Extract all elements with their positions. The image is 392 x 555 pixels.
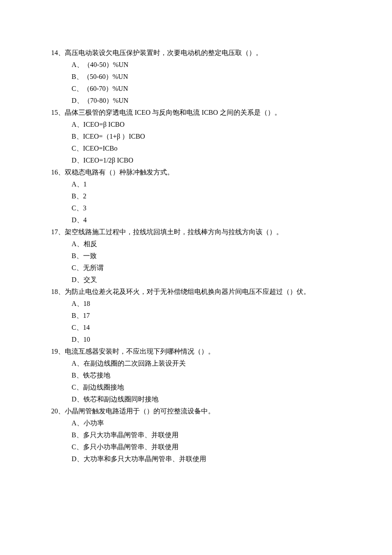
question-block-15: 15、晶体三极管的穿透电流 ICEO 与反向饱和电流 ICBO 之间的关系是（）… bbox=[51, 107, 341, 166]
option-b: B、17 bbox=[51, 310, 341, 322]
question-block-20: 20、小晶闸管触发电路适用于（）的可控整流设备中。 A、小功率 B、多只大功率晶… bbox=[51, 405, 341, 465]
option-c: C、副边线圈接地 bbox=[51, 381, 341, 393]
question-body: 双稳态电路有（）种脉冲触发方式。 bbox=[65, 169, 174, 176]
option-c: C、3 bbox=[51, 202, 341, 214]
option-b: B、铁芯接地 bbox=[51, 369, 341, 381]
question-text: 15、晶体三极管的穿透电流 ICEO 与反向饱和电流 ICBO 之间的关系是（）… bbox=[51, 107, 341, 119]
question-text: 19、电流互感器安装时，不应出现下列哪种情况（）。 bbox=[51, 346, 341, 357]
option-a: A、18 bbox=[51, 298, 341, 310]
option-d: D、4 bbox=[51, 214, 341, 226]
question-text: 14、高压电动装设欠电压保护装置时，次要电动机的整定电压取（）。 bbox=[51, 47, 341, 59]
question-text: 20、小晶闸管触发电路适用于（）的可控整流设备中。 bbox=[51, 405, 341, 417]
question-block-16: 16、双稳态电路有（）种脉冲触发方式。 A、1 B、2 C、3 D、4 bbox=[51, 166, 341, 226]
question-number: 19、 bbox=[51, 348, 65, 355]
option-a: A、1 bbox=[51, 178, 341, 190]
question-body: 高压电动装设欠电压保护装置时，次要电动机的整定电压取（）。 bbox=[65, 49, 262, 56]
question-text: 17、架空线路施工过程中，拉线坑回填土时，拉线棒方向与拉线方向该（）。 bbox=[51, 226, 341, 238]
option-c: C、（60-70）%UN bbox=[51, 83, 341, 95]
option-a: A、相反 bbox=[51, 238, 341, 250]
option-a: A、小功率 bbox=[51, 417, 341, 429]
option-c: C、14 bbox=[51, 322, 341, 334]
question-body: 电流互感器安装时，不应出现下列哪种情况（）。 bbox=[65, 348, 215, 355]
question-body: 架空线路施工过程中，拉线坑回填土时，拉线棒方向与拉线方向该（）。 bbox=[65, 228, 283, 235]
option-a: A、在副边线圈的二次回路上装设开关 bbox=[51, 357, 341, 369]
option-b: B、（50-60）%UN bbox=[51, 71, 341, 83]
option-b: B、一致 bbox=[51, 250, 341, 262]
question-block-14: 14、高压电动装设欠电压保护装置时，次要电动机的整定电压取（）。 A、（40-5… bbox=[51, 47, 341, 107]
option-d: D、10 bbox=[51, 334, 341, 346]
question-text: 18、为防止电位差火花及环火，对于无补偿绕组电机换向器片间电压不应超过（）伏。 bbox=[51, 286, 341, 298]
option-c: C、ICEO=ICBo bbox=[51, 142, 341, 154]
option-d: D、铁芯和副边线圈同时接地 bbox=[51, 393, 341, 405]
option-b: B、2 bbox=[51, 190, 341, 202]
option-d: D、交叉 bbox=[51, 274, 341, 286]
option-a: A、（40-50）%UN bbox=[51, 59, 341, 71]
question-block-19: 19、电流互感器安装时，不应出现下列哪种情况（）。 A、在副边线圈的二次回路上装… bbox=[51, 346, 341, 405]
question-body: 小晶闸管触发电路适用于（）的可控整流设备中。 bbox=[65, 407, 215, 415]
option-d: D、大功率和多只大功率晶闸管串、并联使用 bbox=[51, 453, 341, 465]
question-number: 18、 bbox=[51, 288, 65, 295]
option-a: A、ICEO=β ICBO bbox=[51, 119, 341, 131]
question-body: 为防止电位差火花及环火，对于无补偿绕组电机换向器片间电压不应超过（）伏。 bbox=[65, 288, 310, 295]
option-d: D、（70-80）%UN bbox=[51, 95, 341, 107]
question-text: 16、双稳态电路有（）种脉冲触发方式。 bbox=[51, 166, 341, 178]
question-number: 17、 bbox=[51, 228, 65, 235]
question-number: 14、 bbox=[51, 49, 65, 56]
question-number: 16、 bbox=[51, 169, 65, 176]
option-d: D、ICEO=1/2β ICBO bbox=[51, 154, 341, 166]
option-b: B、ICEO=（1+β ）ICBO bbox=[51, 131, 341, 142]
option-b: B、多只大功率晶闸管串、并联使用 bbox=[51, 429, 341, 441]
question-number: 20、 bbox=[51, 407, 65, 415]
question-number: 15、 bbox=[51, 109, 65, 116]
question-block-18: 18、为防止电位差火花及环火，对于无补偿绕组电机换向器片间电压不应超过（）伏。 … bbox=[51, 286, 341, 346]
option-c: C、多只小功率晶闸管串、并联使用 bbox=[51, 441, 341, 453]
question-body: 晶体三极管的穿透电流 ICEO 与反向饱和电流 ICBO 之间的关系是（）。 bbox=[65, 109, 281, 116]
option-c: C、无所谓 bbox=[51, 262, 341, 274]
question-block-17: 17、架空线路施工过程中，拉线坑回填土时，拉线棒方向与拉线方向该（）。 A、相反… bbox=[51, 226, 341, 286]
